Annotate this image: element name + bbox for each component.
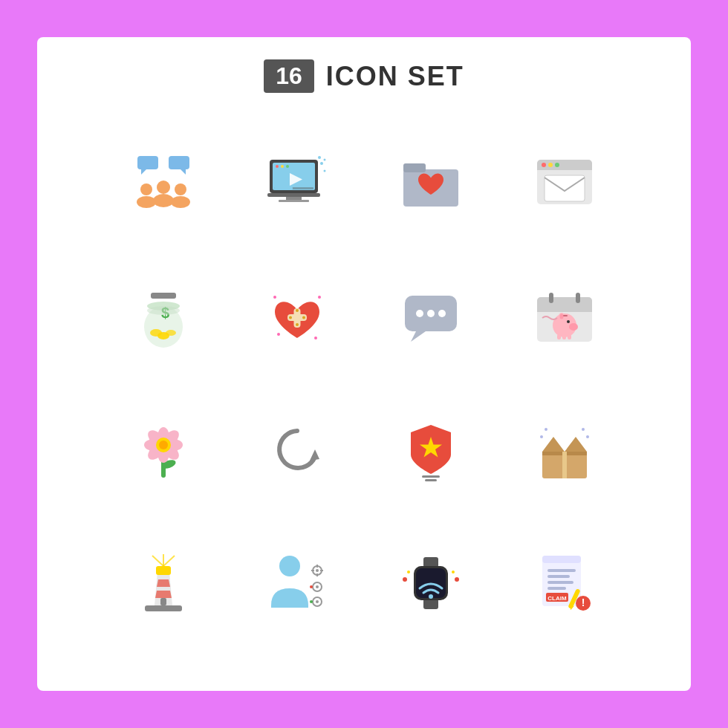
svg-point-112 xyxy=(310,600,313,603)
icon-folder-heart xyxy=(371,123,490,241)
svg-text:!: ! xyxy=(582,597,585,608)
svg-point-102 xyxy=(316,569,319,572)
svg-marker-83 xyxy=(310,449,319,461)
svg-point-42 xyxy=(273,296,276,299)
icon-flower xyxy=(104,390,223,509)
svg-text:CLAIM: CLAIM xyxy=(547,595,567,602)
svg-point-44 xyxy=(277,333,280,336)
svg-point-88 xyxy=(540,435,543,438)
svg-rect-95 xyxy=(156,566,171,575)
svg-point-30 xyxy=(542,163,546,167)
svg-point-21 xyxy=(320,162,323,165)
header: 16 ICON SET xyxy=(264,59,464,93)
icon-savings-jar: $ xyxy=(104,256,223,375)
icon-smartwatch-wifi xyxy=(371,524,490,643)
svg-point-117 xyxy=(429,594,433,599)
icon-claim-document: CLAIM ! xyxy=(505,524,624,643)
svg-point-14 xyxy=(286,165,289,168)
icon-person-settings xyxy=(238,524,357,643)
svg-rect-69 xyxy=(562,334,566,339)
svg-rect-123 xyxy=(542,556,581,563)
svg-line-97 xyxy=(163,556,175,566)
svg-point-41 xyxy=(147,306,180,315)
svg-rect-113 xyxy=(423,557,438,568)
svg-rect-61 xyxy=(576,293,580,303)
svg-point-120 xyxy=(407,571,410,573)
svg-rect-99 xyxy=(160,598,166,605)
icon-video-laptop xyxy=(238,123,357,241)
svg-point-100 xyxy=(279,556,300,576)
svg-point-110 xyxy=(316,600,319,603)
svg-rect-85 xyxy=(422,475,440,478)
svg-point-24 xyxy=(318,156,321,159)
svg-point-63 xyxy=(569,323,578,331)
svg-rect-59 xyxy=(537,306,592,312)
icon-email-browser xyxy=(505,123,624,241)
svg-point-55 xyxy=(427,310,435,317)
svg-point-87 xyxy=(545,428,547,431)
svg-rect-94 xyxy=(145,605,182,611)
svg-point-56 xyxy=(438,310,446,317)
svg-rect-17 xyxy=(274,187,293,189)
svg-point-119 xyxy=(455,577,459,582)
icon-badge-star xyxy=(371,390,490,509)
svg-marker-53 xyxy=(411,331,426,342)
svg-point-6 xyxy=(157,181,170,194)
icon-chat-dots xyxy=(371,256,490,375)
svg-rect-70 xyxy=(568,334,571,339)
svg-point-31 xyxy=(548,163,553,167)
icon-group-chat xyxy=(104,123,223,241)
svg-point-66 xyxy=(560,314,564,319)
svg-point-90 xyxy=(586,435,589,438)
header-number: 16 xyxy=(264,59,314,93)
svg-rect-67 xyxy=(563,315,568,316)
svg-point-54 xyxy=(416,310,423,317)
svg-rect-0 xyxy=(137,156,158,169)
svg-point-48 xyxy=(289,316,292,319)
svg-marker-1 xyxy=(141,169,146,175)
svg-rect-20 xyxy=(279,200,309,202)
svg-rect-86 xyxy=(425,479,437,481)
svg-rect-2 xyxy=(169,156,189,169)
svg-marker-3 xyxy=(181,169,186,175)
svg-point-50 xyxy=(296,309,299,312)
svg-point-49 xyxy=(302,316,305,319)
svg-rect-68 xyxy=(557,334,561,339)
svg-rect-124 xyxy=(547,569,576,572)
svg-point-108 xyxy=(316,585,319,588)
svg-rect-18 xyxy=(267,193,320,197)
svg-rect-26 xyxy=(403,163,426,172)
svg-rect-125 xyxy=(547,575,570,578)
svg-rect-33 xyxy=(545,175,585,201)
svg-point-32 xyxy=(555,163,559,167)
svg-point-89 xyxy=(582,428,585,431)
svg-point-9 xyxy=(171,196,190,208)
svg-rect-126 xyxy=(547,581,573,584)
svg-point-7 xyxy=(153,194,174,207)
svg-point-82 xyxy=(159,441,168,449)
svg-point-23 xyxy=(324,159,326,161)
svg-point-4 xyxy=(140,183,152,195)
svg-rect-19 xyxy=(286,197,302,200)
svg-point-64 xyxy=(567,320,570,323)
svg-point-22 xyxy=(324,170,326,172)
svg-point-40 xyxy=(166,330,176,336)
svg-point-118 xyxy=(403,577,407,582)
icon-heart-bandage xyxy=(238,256,357,375)
svg-point-13 xyxy=(281,165,284,168)
svg-point-121 xyxy=(452,571,455,573)
svg-point-12 xyxy=(276,165,279,168)
icon-piggy-bank-calendar xyxy=(505,256,624,375)
svg-point-8 xyxy=(175,183,186,195)
icons-grid: $ xyxy=(104,123,624,643)
svg-point-5 xyxy=(137,196,156,208)
main-card: 16 ICON SET xyxy=(37,37,691,691)
svg-point-51 xyxy=(296,323,299,326)
svg-point-43 xyxy=(318,296,321,299)
icon-open-box xyxy=(505,390,624,509)
svg-rect-60 xyxy=(549,293,553,303)
svg-rect-34 xyxy=(151,293,176,299)
svg-rect-93 xyxy=(562,452,567,478)
svg-rect-114 xyxy=(423,599,438,609)
svg-rect-127 xyxy=(547,587,566,590)
